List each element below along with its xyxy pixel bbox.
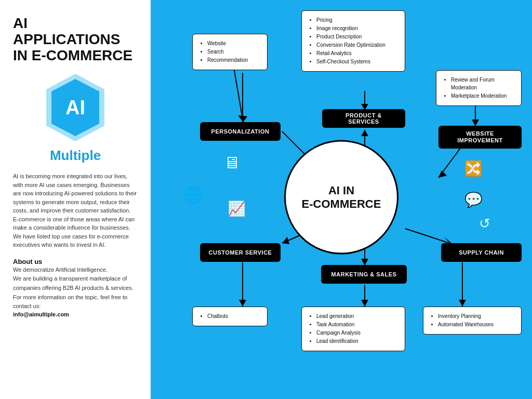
pricing-item-5: Retail Analytics	[316, 49, 397, 57]
description-text: AI is becoming more integrated into our …	[13, 172, 138, 249]
inventory-item-2: Automated Warehouses	[438, 321, 514, 328]
svg-marker-5	[238, 115, 247, 122]
personalization-box: PERSONALIZATION	[200, 122, 281, 141]
center-circle: AI IN E-COMMERCE	[284, 140, 398, 255]
svg-line-4	[234, 68, 243, 122]
lead-item-2: Task Automation	[316, 321, 397, 328]
svg-marker-26	[459, 300, 466, 307]
inventory-item-1: Inventory Planning	[438, 312, 514, 320]
chatbot-item-1: Chatbots	[207, 312, 260, 320]
refresh-icon: ↺	[479, 216, 490, 232]
product-services-box: PRODUCT & SERVICES	[322, 109, 405, 128]
pricing-item-3: Product Description	[316, 33, 397, 41]
pricing-item-2: Image recognition	[316, 24, 397, 32]
logo-area: AI Multiple	[13, 72, 138, 164]
about-text: We democratize Artificial Intelligence. …	[13, 265, 138, 311]
review-item-1: Review and Forum Moderation	[451, 76, 514, 91]
lead-item-1: Lead generation	[316, 312, 397, 320]
chatbots-box: Chatbots	[192, 307, 268, 326]
monitor-icon: 🖥	[223, 153, 240, 172]
main-title: AI Applications in E-Commerce	[13, 16, 138, 63]
website-item-2: Search	[207, 48, 260, 56]
network-icon: 🔀	[464, 160, 483, 177]
website-box: Website Search Recommendation	[192, 34, 268, 70]
svg-marker-10	[361, 130, 368, 136]
globe-icon: 🌐	[183, 184, 204, 204]
leads-box: Lead generation Task Automation Campaign…	[301, 307, 405, 351]
brand-name: Multiple	[50, 148, 101, 164]
pricing-item-6: Self-Checkout Systems	[316, 58, 397, 65]
website-item-3: Recommendation	[207, 56, 260, 64]
chat-icon: 💬	[464, 191, 483, 208]
svg-marker-16	[282, 237, 289, 244]
marketing-sales-box: MARKETING & SALES	[321, 265, 407, 284]
left-panel: AI Applications in E-Commerce AI Multipl…	[0, 0, 151, 399]
svg-marker-24	[444, 237, 451, 243]
lead-item-4: Lead identification	[316, 337, 397, 345]
pricing-box: Pricing Image recognition Product Descri…	[301, 10, 405, 72]
customer-service-box: CUSTOMER SERVICE	[200, 243, 281, 262]
svg-marker-12	[438, 170, 447, 178]
chart-icon: 📈	[228, 200, 246, 217]
pricing-item-1: Pricing	[316, 16, 397, 24]
review-box: Review and Forum Moderation Marketplace …	[436, 70, 522, 106]
svg-marker-18	[239, 300, 246, 307]
hexagon-logo: AI	[44, 72, 107, 143]
review-item-2: Marketplace Moderation	[451, 92, 514, 100]
pricing-item-4: Conversion Rate Optimization	[316, 41, 397, 49]
website-item-1: Website	[207, 39, 260, 47]
svg-marker-22	[361, 300, 368, 307]
center-circle-text: AI IN E-COMMERCE	[302, 183, 381, 211]
about-title: About us	[13, 258, 138, 265]
website-improvement-box: WEBSITE IMPROVEMENT	[438, 126, 522, 149]
right-panel: 🖥 🌐 📈 🔀 💬 ↺ Website Search Recommendatio…	[151, 0, 532, 399]
contact-email: info@aimultiple.com	[13, 311, 138, 317]
inventory-box: Inventory Planning Automated Warehouses	[423, 307, 522, 335]
hex-label: AI	[65, 97, 85, 119]
svg-line-23	[405, 229, 449, 243]
lead-item-3: Campaign Analysis	[316, 329, 397, 337]
supply-chain-box: SUPPLY CHAIN	[441, 243, 522, 262]
about-section: About us We democratize Artificial Intel…	[13, 258, 138, 317]
